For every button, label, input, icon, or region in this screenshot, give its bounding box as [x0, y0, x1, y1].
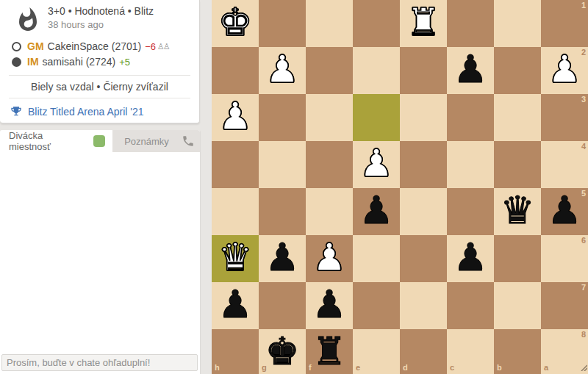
square-h5[interactable]	[212, 188, 259, 235]
black-pawn[interactable]: ♟	[306, 282, 353, 329]
black-pawn[interactable]: ♟	[353, 188, 400, 235]
square-d3[interactable]	[400, 94, 447, 141]
square-a5[interactable]: 5♟	[541, 188, 588, 235]
black-pawn[interactable]: ♟	[259, 235, 306, 282]
rank-label-8: 8	[581, 331, 586, 339]
square-e4[interactable]: ♟	[353, 141, 400, 188]
black-pawn[interactable]: ♟	[212, 282, 259, 329]
square-c6[interactable]: ♟	[447, 235, 494, 282]
square-c3[interactable]	[447, 94, 494, 141]
square-b1[interactable]	[494, 0, 541, 47]
black-pawn[interactable]: ♟	[447, 47, 494, 94]
square-f8[interactable]: f♜	[306, 329, 353, 374]
square-a4[interactable]: 4	[541, 141, 588, 188]
rank-label-7: 7	[581, 284, 586, 292]
board-resize-handle[interactable]	[578, 362, 587, 371]
square-c8[interactable]: c	[447, 329, 494, 374]
square-g2[interactable]: ♟	[259, 47, 306, 94]
square-h1[interactable]: ♚	[212, 0, 259, 47]
square-c5[interactable]	[447, 188, 494, 235]
square-e2[interactable]	[353, 47, 400, 94]
divider	[9, 98, 190, 98]
square-a3[interactable]: 3	[541, 94, 588, 141]
square-g6[interactable]: ♟	[259, 235, 306, 282]
square-d7[interactable]	[400, 282, 447, 329]
black-rook[interactable]: ♜	[306, 329, 353, 374]
square-d2[interactable]	[400, 47, 447, 94]
square-e7[interactable]	[353, 282, 400, 329]
square-e1[interactable]	[353, 0, 400, 47]
player-name: CakeinSpace (2701)	[48, 39, 142, 54]
rank-label-3: 3	[581, 96, 586, 104]
square-h2[interactable]	[212, 47, 259, 94]
square-h7[interactable]: ♟	[212, 282, 259, 329]
square-f2[interactable]	[306, 47, 353, 94]
square-d5[interactable]	[400, 188, 447, 235]
white-pawn[interactable]: ♟	[212, 94, 259, 141]
square-b2[interactable]	[494, 47, 541, 94]
square-g7[interactable]	[259, 282, 306, 329]
square-f6[interactable]: ♟	[306, 235, 353, 282]
file-label-e: e	[356, 364, 360, 372]
tab-spectator-label: Divácka miestnosť	[9, 130, 86, 152]
square-d6[interactable]	[400, 235, 447, 282]
player-black[interactable]: IM samisahi (2724) +5	[12, 54, 199, 70]
square-c2[interactable]: ♟	[447, 47, 494, 94]
player-title: IM	[27, 54, 39, 70]
square-c4[interactable]	[447, 141, 494, 188]
tournament-link[interactable]: Blitz Titled Arena April '21	[10, 106, 199, 118]
square-g3[interactable]	[259, 94, 306, 141]
square-f5[interactable]	[306, 188, 353, 235]
square-b7[interactable]	[494, 282, 541, 329]
square-h3[interactable]: ♟	[212, 94, 259, 141]
square-g1[interactable]	[259, 0, 306, 47]
square-b3[interactable]	[494, 94, 541, 141]
white-king[interactable]: ♚	[212, 0, 259, 47]
white-pawn[interactable]: ♟	[353, 141, 400, 188]
white-rook[interactable]: ♜	[400, 0, 447, 47]
square-c1[interactable]	[447, 0, 494, 47]
game-meta: 3+0 • Hodnotená • Blitz	[48, 4, 154, 18]
phone-icon[interactable]	[182, 134, 195, 148]
square-b4[interactable]	[494, 141, 541, 188]
square-e8[interactable]: e	[353, 329, 400, 374]
black-pawn[interactable]: ♟	[447, 235, 494, 282]
square-a6[interactable]: 6	[541, 235, 588, 282]
square-f4[interactable]	[306, 141, 353, 188]
white-pawn[interactable]: ♟	[259, 47, 306, 94]
tab-spectator-room[interactable]: Divácka miestnosť	[0, 130, 112, 152]
square-b6[interactable]	[494, 235, 541, 282]
square-g5[interactable]	[259, 188, 306, 235]
rank-label-4: 4	[581, 143, 586, 151]
square-d1[interactable]: ♜	[400, 0, 447, 47]
rank-label-6: 6	[581, 237, 586, 245]
square-a1[interactable]: 1	[541, 0, 588, 47]
square-a7[interactable]: 7	[541, 282, 588, 329]
chat-tabbar: Divácka miestnosť Poznámky	[0, 130, 200, 152]
square-f3[interactable]	[306, 94, 353, 141]
white-pawn[interactable]: ♟	[306, 235, 353, 282]
white-queen[interactable]: ♛	[212, 235, 259, 282]
player-white[interactable]: GM CakeinSpace (2701) −6 ♙♙	[12, 39, 199, 54]
square-d8[interactable]: d	[400, 329, 447, 374]
square-a2[interactable]: 2♟	[541, 47, 588, 94]
square-g8[interactable]: g♚	[259, 329, 306, 374]
square-h4[interactable]	[212, 141, 259, 188]
chat-toggle[interactable]	[93, 135, 105, 147]
square-e3[interactable]	[353, 94, 400, 141]
square-h6[interactable]: ♛	[212, 235, 259, 282]
square-f7[interactable]: ♟	[306, 282, 353, 329]
file-label-h: h	[215, 364, 220, 372]
square-e6[interactable]	[353, 235, 400, 282]
square-b5[interactable]: ♛	[494, 188, 541, 235]
square-f1[interactable]	[306, 0, 353, 47]
square-e5[interactable]: ♟	[353, 188, 400, 235]
square-h8[interactable]: h	[212, 329, 259, 374]
square-b8[interactable]: b	[494, 329, 541, 374]
square-g4[interactable]	[259, 141, 306, 188]
trophy-icon	[10, 106, 22, 118]
chat-input[interactable]	[1, 354, 198, 371]
square-d4[interactable]	[400, 141, 447, 188]
square-c7[interactable]	[447, 282, 494, 329]
black-queen[interactable]: ♛	[494, 188, 541, 235]
